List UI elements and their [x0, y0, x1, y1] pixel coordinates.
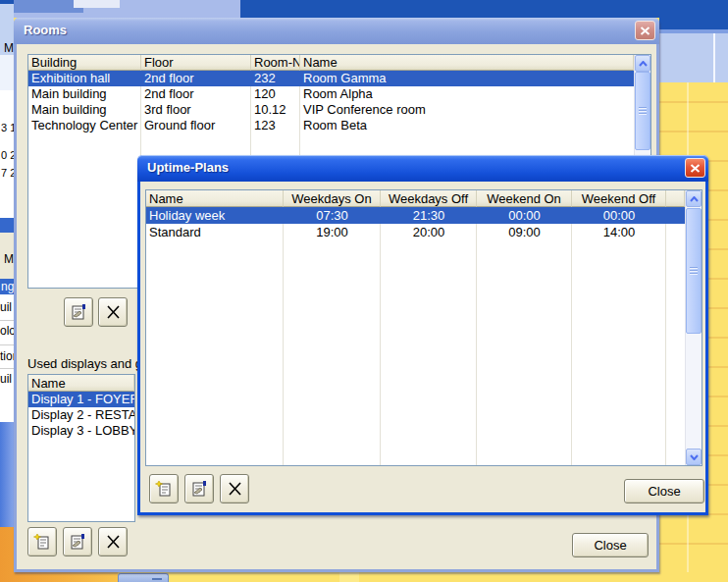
- column-header[interactable]: Weekdays On: [284, 190, 381, 207]
- column-divider: [476, 207, 477, 465]
- table-cell[interactable]: Room Beta: [300, 118, 634, 133]
- column-header[interactable]: Room-No.: [251, 55, 300, 71]
- table-cell[interactable]: VIP Conference room: [300, 102, 634, 118]
- column-header[interactable]: Building: [28, 55, 141, 71]
- properties-icon: [70, 303, 87, 321]
- uptime-titlebar[interactable]: Uptime-Plans: [137, 155, 708, 182]
- delete-plan-button[interactable]: [220, 474, 249, 503]
- table-cell[interactable]: Room Gamma: [300, 71, 634, 86]
- table-cell[interactable]: 120: [251, 86, 300, 102]
- background-border-fragment: [0, 422, 14, 527]
- edit-display-button[interactable]: [63, 527, 92, 556]
- table-cell[interactable]: 2nd floor: [141, 71, 251, 86]
- text-fragment: 7 2: [1, 167, 14, 179]
- new-display-button[interactable]: [27, 527, 57, 556]
- table-cell[interactable]: [666, 207, 685, 224]
- table-cell[interactable]: 20:00: [381, 224, 477, 240]
- column-divider: [665, 207, 666, 465]
- rooms-close-button[interactable]: Close: [572, 533, 649, 557]
- properties-icon: [190, 480, 208, 498]
- column-header[interactable]: [666, 190, 685, 207]
- column-header[interactable]: Floor: [141, 55, 251, 71]
- table-cell[interactable]: 10.12: [251, 102, 300, 118]
- table-cell[interactable]: Holiday week: [146, 207, 284, 224]
- close-button[interactable]: [635, 21, 655, 40]
- button-label: Close: [594, 538, 626, 553]
- scroll-down-button[interactable]: [686, 449, 702, 465]
- edit-room-button[interactable]: [64, 297, 93, 327]
- column-header[interactable]: Weekdays Off: [381, 190, 477, 207]
- text-fragment: 0 2: [1, 149, 14, 161]
- background-window-fragment: [0, 55, 14, 90]
- text-fragment: M: [4, 41, 14, 55]
- table-cell[interactable]: 123: [251, 118, 300, 133]
- table-row[interactable]: Holiday week07:3021:3000:0000:00: [146, 207, 685, 224]
- column-header[interactable]: Name: [300, 55, 634, 71]
- column-header[interactable]: Weekend Off: [572, 190, 666, 207]
- background-window-fragment: [74, 0, 120, 8]
- column-header[interactable]: Weekend On: [477, 190, 572, 207]
- table-cell[interactable]: 19:00: [284, 224, 381, 240]
- close-button[interactable]: [685, 158, 705, 178]
- table-cell[interactable]: 07:30: [284, 207, 381, 224]
- table-cell[interactable]: 2nd floor: [141, 86, 251, 102]
- edit-plan-button[interactable]: [184, 474, 214, 503]
- table-row[interactable]: Standard19:0020:0009:0014:00: [146, 224, 685, 240]
- rooms-titlebar[interactable]: Rooms: [14, 18, 659, 44]
- table-cell[interactable]: 21:30: [381, 207, 477, 224]
- table-cell[interactable]: 14:00: [572, 224, 666, 240]
- table-cell[interactable]: Display 3 - LOBBY: [28, 423, 134, 439]
- background-window-fragment: [0, 387, 14, 422]
- table-cell[interactable]: Display 1 - FOYER: [28, 392, 134, 407]
- table-cell[interactable]: 00:00: [477, 207, 572, 224]
- table-row[interactable]: Technology CenterGround floor123Room Bet…: [28, 118, 634, 133]
- table-cell[interactable]: Main building: [28, 102, 141, 118]
- table-cell[interactable]: [666, 224, 685, 240]
- delete-room-button[interactable]: [98, 297, 128, 327]
- new-document-icon: [33, 533, 51, 551]
- delete-x-icon: [106, 305, 121, 319]
- divider: [0, 320, 14, 321]
- table-cell[interactable]: 232: [251, 71, 300, 86]
- delete-display-button[interactable]: [98, 527, 128, 556]
- table-cell[interactable]: 09:00: [477, 224, 572, 240]
- table-cell[interactable]: Ground floor: [141, 118, 251, 133]
- text-fragment: 3 1: [1, 122, 14, 133]
- scrollbar-thumb[interactable]: [686, 208, 702, 334]
- scroll-up-button[interactable]: [686, 190, 702, 207]
- table-row[interactable]: Main building2nd floor120Room Alpha: [28, 86, 634, 102]
- button-label: Close: [648, 484, 680, 499]
- table-cell[interactable]: Display 2 - RESTAUR: [28, 407, 134, 423]
- close-x-icon: [640, 26, 650, 35]
- table-row[interactable]: Display 1 - FOYER: [28, 392, 134, 407]
- table-row[interactable]: Main building3rd floor10.12VIP Conferenc…: [28, 102, 634, 118]
- table-row[interactable]: Display 3 - LOBBY: [28, 423, 134, 439]
- table-cell[interactable]: Room Alpha: [300, 86, 634, 102]
- window-title: Rooms: [24, 18, 67, 43]
- table-row[interactable]: Exhibition hall2nd floor232Room Gamma: [28, 71, 634, 86]
- background-band-fragment: ng: [0, 279, 14, 294]
- table-cell[interactable]: Standard: [146, 224, 284, 240]
- calendar-column-divider: [713, 33, 715, 82]
- table-rows: Holiday week07:3021:3000:0000:00Standard…: [146, 207, 685, 240]
- text-fragment: uil: [0, 300, 12, 314]
- delete-x-icon: [106, 535, 121, 549]
- table-row[interactable]: Display 2 - RESTAUR: [28, 407, 134, 423]
- column-header[interactable]: Name: [28, 375, 134, 392]
- text-fragment: olo: [0, 324, 14, 338]
- scrollbar-thumb[interactable]: [635, 72, 650, 150]
- background-window-fragment: M: [0, 4, 14, 55]
- table-cell[interactable]: 00:00: [572, 207, 666, 224]
- new-plan-button[interactable]: [149, 474, 179, 503]
- uptime-close-button[interactable]: Close: [624, 479, 704, 503]
- scroll-up-button[interactable]: [635, 55, 650, 72]
- table-cell[interactable]: Main building: [28, 86, 141, 102]
- table-cell[interactable]: Exhibition hall: [28, 71, 141, 86]
- text-fragment: tion: [0, 349, 14, 363]
- column-header[interactable]: Name: [146, 190, 284, 207]
- vertical-scrollbar[interactable]: [685, 190, 702, 465]
- calendar-column-divider: [339, 572, 359, 582]
- background-titlebar-fragment: [659, 18, 728, 29]
- table-cell[interactable]: 3rd floor: [141, 102, 251, 118]
- table-cell[interactable]: Technology Center: [28, 118, 141, 133]
